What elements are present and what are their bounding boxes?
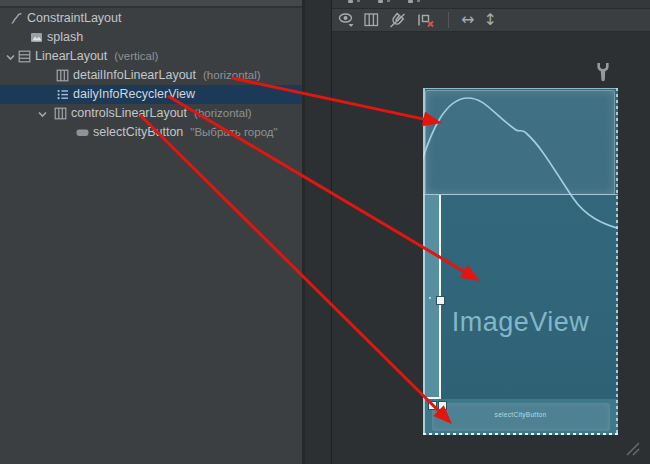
component-tree-panel: ConstraintLayoutsplashLinearLayout(verti… [0,0,302,464]
resize-handle-bottom-right[interactable] [438,401,447,410]
cutoff-caret-icon [357,0,360,2]
cutoff-caret-icon [417,0,420,2]
anchor-dot [429,297,431,299]
pan-vertical-icon[interactable]: ↕ [483,10,496,30]
pane-edge-line [331,0,332,464]
tree-item-meta: (horizontal) [203,69,261,81]
chevron-down-icon[interactable] [4,51,17,64]
tree-item-splash[interactable]: splash [0,28,302,47]
surface-resize-grip-icon[interactable] [623,439,641,457]
canvas-left-edge [423,88,425,435]
autoconnect-off-magnet-icon[interactable] [388,10,407,30]
tree-item-meta: (horizontal) [194,107,252,119]
cutoff-icon [408,0,413,3]
tree-item-constraint-layout[interactable]: ConstraintLayout [0,9,302,28]
toolbar-separator [448,12,449,28]
tree-item-label: selectCityButton"Выбрать город" [93,123,278,142]
tree-item-linear-layout[interactable]: LinearLayout(vertical) [0,47,302,66]
resize-handle-bottom-left[interactable] [428,401,437,410]
cutoff-icon [348,0,353,3]
tree-item-controls-linear-layout[interactable]: controlsLinearLayout(horizontal) [0,104,302,123]
tree-item-label: splash [47,28,83,47]
resize-handle-mid[interactable] [436,296,445,305]
tree-item-label: ConstraintLayout [27,9,122,28]
tree-item-daily-info-recycler-view[interactable]: dailyInfoRecyclerView [0,85,302,104]
device-canvas[interactable]: ImageView selectCityButton [423,88,618,435]
tree-item-select-city-button[interactable]: selectCityButton"Выбрать город" [0,123,302,142]
tree-item-label: dailyInfoRecyclerView [73,85,195,104]
button-icon [76,126,89,139]
recycler-view-icon [56,88,69,101]
canvas-right-dashed-edge [616,88,618,435]
panel-splitter[interactable] [302,0,305,464]
canvas-top-edge [423,88,618,89]
tree-item-label: controlsLinearLayout(horizontal) [71,104,252,123]
tree-item-detail-info-linear-layout[interactable]: detailInfoLinearLayout(horizontal) [0,66,302,85]
toolbar-cutoff-strip [332,0,650,9]
constraint-layout-icon [10,12,23,25]
chevron-down-icon[interactable] [36,108,49,121]
image-view-icon [30,31,43,44]
tree-item-meta: "Выбрать город" [190,126,277,138]
tree-item-label: detailInfoLinearLayout(horizontal) [73,66,261,85]
wrench-icon[interactable] [596,62,611,82]
canvas-bottom-dashed-edge [423,433,618,435]
tree-item-label: LinearLayout(vertical) [35,47,158,66]
tree-item-meta: (vertical) [114,50,158,62]
switch-orientation-icon[interactable] [364,10,379,30]
clear-all-constraints-icon[interactable] [416,10,436,30]
pan-horizontal-icon[interactable]: ↔ [461,10,474,30]
linear-layout-vertical-icon [18,50,31,63]
linear-layout-horizontal-icon [56,69,69,82]
splash-wave-curve [423,88,618,435]
cutoff-icon [378,0,383,3]
cutoff-caret-icon [387,0,390,2]
design-toolbar: ↔↕ [332,0,650,32]
panel-top-strip [0,0,302,8]
linear-layout-horizontal-icon [54,107,67,120]
view-options-eye-icon[interactable] [338,10,355,30]
